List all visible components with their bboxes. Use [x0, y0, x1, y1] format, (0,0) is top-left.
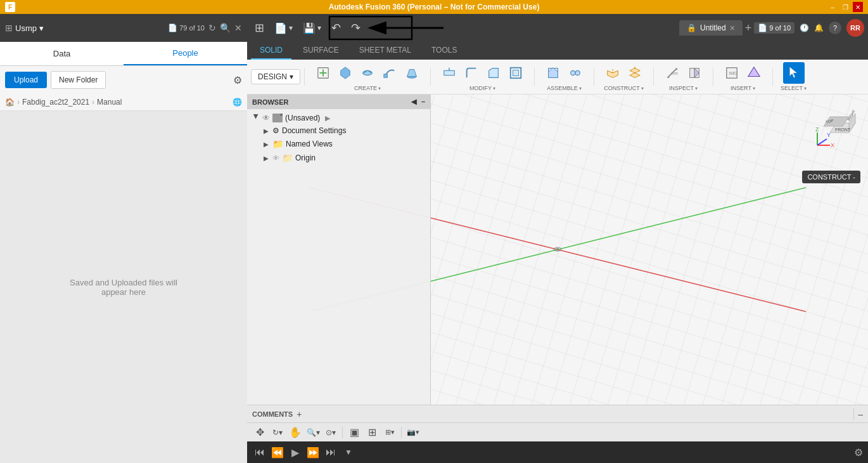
- tree-item-label: Origin: [295, 153, 316, 162]
- view-options-button[interactable]: ⊞▾: [382, 425, 397, 440]
- save-icon: 💾: [303, 22, 316, 34]
- tab-sheet-metal[interactable]: SHEET METAL: [350, 42, 420, 60]
- fillet-button[interactable]: [461, 62, 482, 84]
- new-folder-button[interactable]: New Folder: [51, 71, 106, 89]
- new-component-button[interactable]: [542, 62, 564, 84]
- grid-toggle-button[interactable]: ⊞: [364, 425, 380, 440]
- timeline-prev-button[interactable]: ⏪: [270, 445, 285, 460]
- section-button[interactable]: [684, 62, 705, 84]
- svg-marker-33: [748, 67, 760, 77]
- tab-data[interactable]: Data: [0, 42, 124, 65]
- sketch-create-button[interactable]: [312, 62, 334, 84]
- joint-button[interactable]: [565, 62, 586, 84]
- tree-item-origin[interactable]: ▶ 👁 📁 Origin: [247, 151, 430, 165]
- close-button[interactable]: ✕: [853, 2, 863, 12]
- free-orbit-button[interactable]: ↻▾: [270, 425, 285, 440]
- design-tabs: SOLID SURFACE SHEET METAL TOOLS: [247, 42, 868, 60]
- help-icon[interactable]: ?: [829, 22, 841, 34]
- offset-plane-button[interactable]: [602, 62, 623, 84]
- timeline-settings-button[interactable]: ⚙: [854, 447, 863, 459]
- eye-toggle[interactable]: 👁: [262, 114, 270, 122]
- minimize-button[interactable]: –: [827, 2, 838, 12]
- save-button[interactable]: 💾 ▾: [299, 20, 325, 37]
- loft-button[interactable]: [401, 62, 423, 84]
- tab-tools[interactable]: TOOLS: [423, 42, 466, 60]
- tab-surface[interactable]: SURFACE: [294, 42, 348, 60]
- tab-people[interactable]: People: [124, 42, 247, 65]
- timeline-filter-button[interactable]: ▼: [341, 445, 356, 460]
- design-mode-button[interactable]: DESIGN ▾: [251, 69, 300, 84]
- tab-solid[interactable]: SOLID: [251, 42, 291, 60]
- doc-tab[interactable]: 🔒 Untitled ×: [679, 20, 743, 36]
- panel-settings-button[interactable]: ⚙: [233, 74, 242, 86]
- new-tab-button[interactable]: +: [745, 22, 752, 35]
- timeline-end-button[interactable]: ⏭: [323, 445, 338, 460]
- clock-icon[interactable]: 🕐: [800, 23, 809, 32]
- measure-button[interactable]: mm: [661, 62, 683, 84]
- redo-button[interactable]: ↷: [347, 18, 364, 37]
- construct-group-label: CONSTRUCT ▾: [604, 85, 644, 91]
- revolve-button[interactable]: [357, 62, 378, 84]
- breadcrumb-subfolder[interactable]: Manual: [97, 98, 122, 107]
- expand-icon[interactable]: ▶: [262, 154, 270, 162]
- restore-button[interactable]: ❐: [840, 2, 850, 12]
- svg-point-17: [571, 70, 575, 75]
- extrude-button[interactable]: [335, 62, 356, 84]
- panel-actions: Upload New Folder ⚙: [0, 66, 247, 94]
- timeline-start-button[interactable]: ⏮: [252, 445, 267, 460]
- empty-state-text: Saved and Uploaded files will appear her…: [70, 278, 177, 297]
- undo-button[interactable]: ↶: [328, 18, 345, 37]
- insert-mesh-button[interactable]: [743, 62, 765, 84]
- tree-item-named-views[interactable]: ▶ 📁 Named Views: [247, 137, 430, 151]
- midplane-button[interactable]: [624, 62, 646, 84]
- browser-collapse-button[interactable]: ◀: [411, 98, 416, 106]
- file-menu-button[interactable]: 📄 ▾: [271, 20, 297, 37]
- tree-item-doc-settings[interactable]: ▶ ⚙ Document Settings: [247, 124, 430, 137]
- zoom-fit-button[interactable]: ⊙▾: [323, 425, 338, 440]
- bell-icon[interactable]: 🔔: [814, 23, 824, 32]
- zoom-button[interactable]: 🔍▾: [305, 425, 321, 440]
- display-mode-button[interactable]: ▣: [347, 425, 362, 440]
- breadcrumb-folder[interactable]: Fabdig_ac2t2_2021: [22, 98, 89, 107]
- sweep-button[interactable]: [379, 62, 400, 84]
- close-panel-button[interactable]: ✕: [234, 23, 242, 33]
- select-button[interactable]: [783, 62, 805, 84]
- pan-orbit-button[interactable]: ✥: [252, 425, 267, 440]
- svg-marker-9: [407, 70, 417, 77]
- comments-collapse-button[interactable]: –: [858, 409, 863, 419]
- user-menu-button[interactable]: ⊞ Usmp ▾: [5, 23, 44, 33]
- press-pull-button[interactable]: [438, 62, 460, 84]
- doc-tab-close[interactable]: ×: [730, 23, 735, 32]
- user-avatar[interactable]: RR: [846, 19, 864, 37]
- browser-panel: BROWSER ◀ – ▶ 👁 (Unsaved) ▶ ▶ ⚙: [247, 95, 431, 405]
- viewport[interactable]: BROWSER ◀ – ▶ 👁 (Unsaved) ▶ ▶ ⚙: [247, 95, 868, 405]
- tree-item-unsaved[interactable]: ▶ 👁 (Unsaved) ▶: [247, 112, 430, 124]
- doc-count-icon: 📄: [758, 23, 767, 32]
- main-area: SOLID SURFACE SHEET METAL TOOLS DESIGN ▾: [247, 42, 868, 463]
- refresh-button[interactable]: ↻: [208, 23, 216, 33]
- timeline-next-button[interactable]: ⏩: [305, 445, 321, 460]
- lock-icon: 🔒: [687, 23, 696, 32]
- upload-button[interactable]: Upload: [5, 72, 47, 88]
- chamfer-button[interactable]: [483, 62, 504, 84]
- play-icon[interactable]: ▶: [325, 114, 330, 122]
- view-controls: ✥ ↻▾ ✋ 🔍▾ ⊙▾ ▣ ⊞ ⊞▾ 📷▾: [247, 422, 868, 441]
- breadcrumb-home-icon[interactable]: 🏠: [5, 98, 15, 107]
- pan-button[interactable]: ✋: [288, 425, 303, 440]
- globe-icon[interactable]: 🌐: [233, 98, 242, 107]
- expand-icon[interactable]: ▶: [262, 140, 270, 148]
- shell-button[interactable]: [505, 62, 527, 84]
- canvas-button[interactable]: IMG: [721, 62, 743, 84]
- nav-cube[interactable]: FRONT TOP RIGHT X Z Y: [811, 101, 862, 152]
- expand-icon[interactable]: ▶: [262, 127, 270, 134]
- screenshot-button[interactable]: 📷▾: [405, 425, 421, 440]
- browser-minimize-button[interactable]: –: [421, 98, 425, 106]
- eye-toggle[interactable]: 👁: [272, 154, 279, 162]
- timeline-play-button[interactable]: ▶: [288, 445, 303, 460]
- select-group: SELECT ▾: [781, 62, 807, 91]
- svg-text:FRONT: FRONT: [835, 127, 851, 132]
- app-grid-button[interactable]: ⊞: [251, 18, 268, 37]
- expand-icon[interactable]: ▶: [252, 114, 260, 122]
- add-comment-button[interactable]: +: [297, 409, 302, 419]
- search-button[interactable]: 🔍: [220, 23, 231, 33]
